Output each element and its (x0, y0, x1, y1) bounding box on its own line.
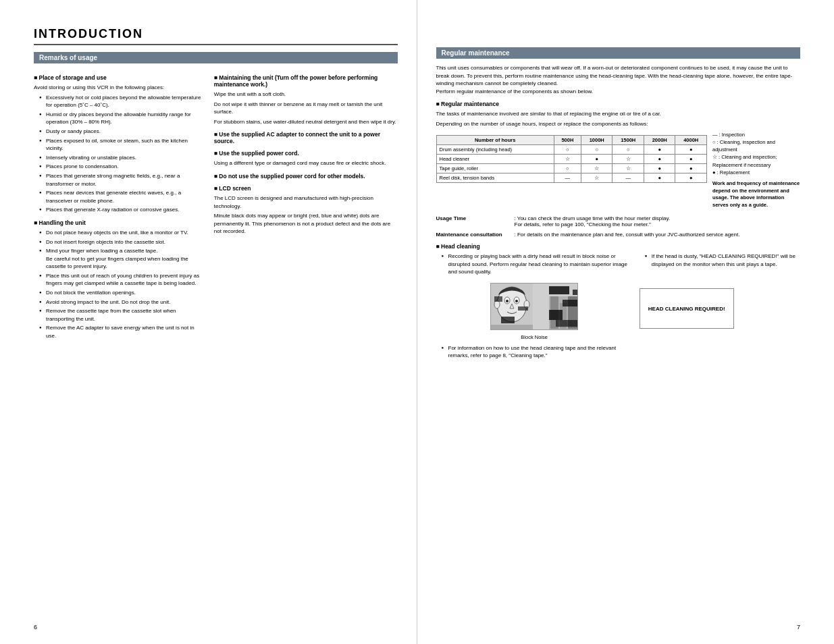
head-right-bullet: If the head is dusty, "HEAD CLEANING REQ… (640, 252, 800, 268)
power-cord-title: Use the supplied power cord. (214, 150, 398, 157)
place-title: Place of storage and use (34, 74, 203, 81)
table-cell: ○ (581, 144, 613, 154)
table-cell: ● (644, 154, 675, 163)
table-header-1500: 1500H (613, 135, 644, 144)
table-header-4000: 4000H (675, 135, 707, 144)
legend-inspection: — : Inspection (712, 131, 800, 138)
table-header-2000: 2000H (644, 135, 675, 144)
table-cell: ☆ (613, 154, 644, 163)
list-item: Place this unit out of reach of young ch… (39, 272, 203, 288)
lcd-text-1: The LCD screen is designed and manufactu… (214, 194, 398, 210)
maintenance-table: Number of hours 500H 1000H 1500H 2000H 4… (436, 135, 708, 183)
legend-inspect-replace: ☆ : Cleaning and inspection; Replacement… (712, 153, 800, 169)
table-cell: ● (675, 144, 707, 154)
place-bullets: Excessively hot or cold places beyond th… (34, 94, 203, 214)
list-item: Places near devices that generate electr… (39, 189, 203, 205)
maint-consult-row: Maintenance consultation : For details o… (436, 232, 801, 238)
table-header-component: Number of hours (436, 135, 554, 144)
list-item: Places prone to condensation. (39, 163, 203, 171)
right-page-number: 7 (797, 624, 800, 630)
inspect-text: Depending on the number of usage hours, … (436, 120, 801, 128)
ac-adapter-title: Use the supplied AC adapter to connect t… (214, 131, 398, 144)
do-not-use-title: Do not use the supplied power cord for o… (214, 173, 398, 180)
lcd-text-2: Minute black dots may appear or bright (… (214, 212, 398, 236)
table-header-1000: 1000H (581, 135, 613, 144)
list-item: Remove the cassette tape from the casset… (39, 307, 203, 323)
list-item: Places that generate strong magnetic fie… (39, 172, 203, 188)
table-row: Tape guide, roller ○ ☆ ☆ ● ● (436, 163, 707, 173)
svg-rect-10 (501, 317, 515, 323)
list-item: Do not place heavy objects on the unit, … (39, 229, 203, 237)
block-noise-label: Block Noise (521, 334, 548, 340)
list-item: Mind your finger when loading a cassette… (39, 247, 203, 271)
page-title: INTRODUCTION (34, 27, 398, 45)
table-cell: ☆ (581, 163, 613, 173)
list-item: Places exposed to oil, smoke or steam, s… (39, 137, 203, 153)
svg-point-4 (506, 300, 509, 302)
svg-point-5 (515, 300, 518, 302)
svg-rect-11 (491, 325, 533, 330)
handling-title: Handling the unit (34, 219, 203, 226)
table-cell: ● (644, 144, 675, 154)
svg-rect-19 (549, 286, 569, 294)
table-row: Head cleaner ☆ ● ☆ ● ● (436, 154, 707, 163)
left-page-number: 6 (34, 624, 37, 630)
list-item: Excessively hot or cold places beyond th… (39, 94, 203, 109)
table-cell: ○ (554, 163, 581, 173)
maintaining-text-3: For stubborn stains, use water-diluted n… (214, 118, 398, 126)
list-item: Remove the AC adapter to save energy whe… (39, 324, 203, 340)
table-cell: ○ (613, 144, 644, 154)
svg-rect-8 (494, 296, 502, 302)
usage-time-desc: : You can check the drum usage time with… (515, 215, 801, 227)
handling-bullets: Do not place heavy objects on the unit, … (34, 229, 203, 340)
usage-time-label: Usage Time (436, 215, 511, 227)
svg-rect-24 (556, 320, 577, 327)
head-clean-required-label: HEAD CLEANING REQUIRED! (648, 306, 725, 312)
list-item: If the head is dusty, "HEAD CLEANING REQ… (645, 252, 800, 268)
list-item: Avoid strong impact to the unit. Do not … (39, 298, 203, 306)
head-clean-required-box: HEAD CLEANING REQUIRED! (640, 288, 734, 329)
list-item: Places that generate X-ray radiation or … (39, 206, 203, 214)
table-cell: ☆ (581, 173, 613, 182)
table-cell: ● (644, 173, 675, 182)
table-row: Reel disk, tension bands — ☆ — ● ● (436, 173, 707, 182)
usage-time-row: Usage Time : You can check the drum usag… (436, 215, 801, 227)
legend-note: Work and frequency of maintenance depend… (712, 180, 800, 209)
right-section-header: Regular maintenance (436, 47, 801, 59)
table-header-500: 500H (554, 135, 581, 144)
svg-rect-20 (563, 300, 577, 306)
list-item: Do not insert foreign objects into the c… (39, 238, 203, 246)
table-cell: ● (675, 163, 707, 173)
table-cell: — (554, 173, 581, 182)
list-item: Do not block the ventilation openings. (39, 289, 203, 297)
head-cleaning-bullets-2: For information on how to use the head c… (436, 344, 633, 360)
regular-maint-title: Regular maintenance (436, 101, 801, 107)
maint-consult-desc: : For details on the maintenance plan an… (515, 232, 801, 238)
list-item: For information on how to use the head c… (442, 344, 633, 360)
list-item: Humid or dry places beyond the allowable… (39, 111, 203, 126)
table-cell: ● (581, 154, 613, 163)
legend-cleaning: ○ : Cleaning, inspection and adjustment (712, 138, 800, 154)
maintaining-title: Maintaining the unit (Turn off the power… (214, 74, 398, 88)
list-item: Dusty or sandy places. (39, 128, 203, 136)
list-item: Intensely vibrating or unstable places. (39, 154, 203, 162)
table-cell: ○ (554, 144, 581, 154)
power-cord-text: Using a different type or damaged cord m… (214, 159, 398, 167)
table-cell: ☆ (554, 154, 581, 163)
head-cleaning-title: Head cleaning (436, 243, 801, 250)
table-cell: ● (675, 173, 707, 182)
table-cell: ☆ (613, 163, 644, 173)
table-cell: Head cleaner (436, 154, 554, 163)
svg-rect-22 (573, 290, 577, 295)
maint-consult-label: Maintenance consultation (436, 232, 511, 238)
place-intro: Avoid storing or using this VCR in the f… (34, 84, 203, 92)
maintaining-text-2: Do not wipe it with thinner or benzene a… (214, 101, 398, 116)
table-cell: Reel disk, tension bands (436, 173, 554, 182)
left-section-header: Remarks of usage (34, 52, 398, 63)
legend-replacement: ● : Replacement (712, 169, 800, 176)
tasks-text: The tasks of maintenance involved are si… (436, 110, 801, 118)
table-cell: ● (675, 154, 707, 163)
list-item: Recording or playing back with a dirty h… (442, 252, 633, 276)
table-row: Drum assembly (including head) ○ ○ ○ ● ● (436, 144, 707, 154)
table-cell: Drum assembly (including head) (436, 144, 554, 154)
